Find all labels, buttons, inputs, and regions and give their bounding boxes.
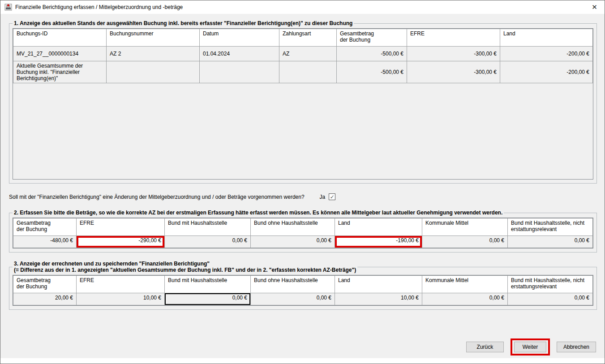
- table-cell[interactable]: -190,00 €: [335, 236, 422, 248]
- table-cell: [107, 61, 200, 83]
- column-header: Buchungs-ID: [13, 29, 107, 47]
- column-header: Bund mit Haushaltsstelle, nicht erstattu…: [508, 218, 593, 236]
- cancel-button[interactable]: Abbrechen: [557, 342, 596, 352]
- table-cell: -500,00 €: [337, 47, 407, 61]
- column-header: Datum: [200, 29, 279, 47]
- change-question-row: Soll mit der "Finanziellen Berichtigung"…: [9, 193, 596, 200]
- column-header: Buchungsnummer: [107, 29, 200, 47]
- table-cell: AZ 2: [107, 47, 200, 61]
- table-cell: AZ: [279, 47, 337, 61]
- section3-legend-line1: 3. Anzeige der errechneten und zu speich…: [14, 261, 356, 267]
- header-row: Gesamtbetrag der BuchungEFREBund mit Hau…: [13, 218, 593, 236]
- table-cell: 10,00 €: [77, 293, 165, 305]
- footer-button-bar: Zurück Weiter Abbrechen: [0, 338, 605, 358]
- table-cell[interactable]: -290,00 €: [77, 236, 165, 248]
- column-header: Gesamtbetrag der Buchung: [337, 29, 407, 47]
- column-header: Kommunale Mittel: [422, 218, 508, 236]
- window-title: Finanzielle Berichtigung erfassen / Mitt…: [15, 4, 584, 10]
- table-row: -480,00 €-290,00 €0,00 €0,00 €-190,00 €0…: [13, 236, 593, 248]
- table-cell: -300,00 €: [407, 47, 500, 61]
- calculated-correction-table: Gesamtbetrag der BuchungEFREBund mit Hau…: [13, 275, 593, 306]
- dialog-window: Finanzielle Berichtigung erfassen / Mitt…: [0, 0, 605, 364]
- change-question-label: Soll mit der "Finanziellen Berichtigung"…: [9, 194, 305, 200]
- section3-legend: 3. Anzeige der errechneten und zu speich…: [13, 261, 357, 273]
- bookings-table: Buchungs-IDBuchungsnummerDatumZahlungsar…: [13, 28, 593, 180]
- table-cell[interactable]: 0,00 €: [165, 236, 251, 248]
- table-cell: [279, 61, 337, 83]
- table-cell: -200,00 €: [500, 47, 593, 61]
- section2-legend: 2. Erfassen Sie bitte die Beträge, so wi…: [13, 210, 504, 216]
- column-header: EFRE: [77, 276, 165, 293]
- table-cell: -500,00 €: [337, 61, 407, 83]
- table-cell[interactable]: 0,00 €: [422, 236, 508, 248]
- section-current-state: 1. Anzeige des aktuellen Stands der ausg…: [9, 20, 597, 184]
- table-cell: [200, 61, 279, 83]
- column-header: Land: [500, 29, 593, 47]
- section3-legend-line2: (= Differenz aus der in 1. angezeigten "…: [14, 267, 356, 273]
- column-header: Bund mit Haushaltsstelle, nicht erstattu…: [508, 276, 593, 293]
- column-header: Bund mit Haushaltsstelle: [165, 276, 251, 293]
- table-cell: Aktuelle Gesamtsumme der Buchung inkl. "…: [13, 61, 107, 83]
- table-cell: 0,00 €: [422, 293, 508, 305]
- table-cell: MV_21_27__0000000134: [13, 47, 107, 61]
- table-cell: 01.04.2024: [200, 47, 279, 61]
- column-header: Bund ohne Haushaltsstelle: [251, 276, 335, 293]
- correct-amounts-table: Gesamtbetrag der BuchungEFREBund mit Hau…: [13, 218, 593, 248]
- table-cell: 20,00 €: [13, 293, 77, 305]
- column-header: EFRE: [407, 29, 500, 47]
- table-cell: -200,00 €: [500, 61, 593, 83]
- column-header: Kommunale Mittel: [422, 276, 508, 293]
- header-row: Buchungs-IDBuchungsnummerDatumZahlungsar…: [13, 29, 593, 47]
- yes-checkbox[interactable]: ✓: [329, 193, 335, 200]
- table-row: Aktuelle Gesamtsumme der Buchung inkl. "…: [13, 61, 593, 83]
- column-header: Bund ohne Haushaltsstelle: [251, 218, 335, 236]
- table-cell: 0,00 €: [251, 293, 335, 305]
- app-icon: [4, 4, 12, 11]
- back-button[interactable]: Zurück: [466, 342, 504, 352]
- table-cell: 0,00 €: [165, 293, 251, 305]
- header-row: Gesamtbetrag der BuchungEFREBund mit Hau…: [13, 276, 593, 293]
- close-icon[interactable]: ✕: [584, 0, 605, 14]
- next-button-highlight: Weiter: [511, 338, 550, 355]
- section-calculated-correction: 3. Anzeige der errechneten und zu speich…: [9, 261, 597, 310]
- column-header: Land: [335, 276, 422, 293]
- column-header: Bund mit Haushaltsstelle: [165, 218, 251, 236]
- yes-label: Ja: [320, 194, 326, 200]
- column-header: Land: [335, 218, 422, 236]
- column-header: Gesamtbetrag der Buchung: [13, 276, 77, 293]
- table-cell: 10,00 €: [335, 293, 422, 305]
- table-cell[interactable]: 0,00 €: [251, 236, 335, 248]
- section1-legend: 1. Anzeige des aktuellen Stands der ausg…: [13, 20, 354, 26]
- table-row: MV_21_27__0000000134AZ 201.04.2024AZ-500…: [13, 47, 593, 61]
- table-cell: -300,00 €: [407, 61, 500, 83]
- window-bottom-edge: [0, 358, 605, 364]
- title-bar: Finanzielle Berichtigung erfassen / Mitt…: [0, 0, 605, 14]
- table-cell[interactable]: -480,00 €: [13, 236, 77, 248]
- column-header: Gesamtbetrag der Buchung: [13, 218, 77, 236]
- column-header: Zahlungsart: [279, 29, 337, 47]
- table-cell[interactable]: 0,00 €: [508, 236, 593, 248]
- table-row: 20,00 €10,00 €0,00 €0,00 €10,00 €0,00 €0…: [13, 293, 593, 305]
- section-correct-amounts: 2. Erfassen Sie bitte die Beträge, so wi…: [9, 210, 597, 253]
- next-button[interactable]: Weiter: [514, 342, 546, 352]
- table-cell: 0,00 €: [508, 293, 593, 305]
- column-header: EFRE: [77, 218, 165, 236]
